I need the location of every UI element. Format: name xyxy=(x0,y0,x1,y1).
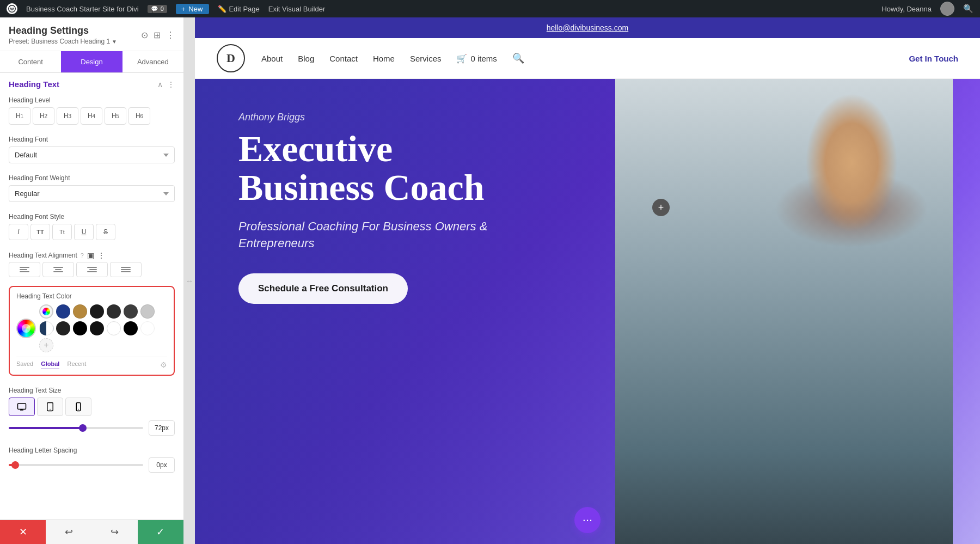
color-swatch-9[interactable] xyxy=(90,321,104,335)
color-swatch-white2[interactable] xyxy=(140,321,155,335)
comments-bubble[interactable]: 💬 0 xyxy=(148,5,167,13)
nav-about[interactable]: About xyxy=(261,54,283,63)
site-logo[interactable]: D xyxy=(217,44,245,72)
tab-content[interactable]: Content xyxy=(0,51,61,72)
cancel-button[interactable]: ✕ xyxy=(0,520,46,544)
h6-button[interactable]: H6 xyxy=(128,107,150,125)
hero-title[interactable]: Executive Business Coach xyxy=(238,130,532,207)
svg-rect-2 xyxy=(18,404,26,409)
h1-button[interactable]: H1 xyxy=(9,107,30,125)
site-nav: About Blog Contact Home Services 🛒 0 ite… xyxy=(261,52,524,64)
color-settings-icon[interactable]: ⚙ xyxy=(160,360,167,369)
uppercase-button[interactable]: TT xyxy=(30,224,50,240)
tablet-size-button[interactable] xyxy=(37,398,63,416)
color-wheel[interactable] xyxy=(16,319,36,338)
expand-icon[interactable]: ⊞ xyxy=(154,30,161,40)
site-header: D About Blog Contact Home Services 🛒 0 i… xyxy=(195,38,980,79)
nav-blog[interactable]: Blog xyxy=(298,54,314,63)
content-area: hello@divibusiness.com D About Blog Cont… xyxy=(195,17,980,544)
fab-button[interactable]: ··· xyxy=(574,507,601,533)
capitalize-button[interactable]: Tt xyxy=(52,224,72,240)
color-tab-global[interactable]: Global xyxy=(41,360,59,369)
nav-contact[interactable]: Contact xyxy=(329,54,358,63)
add-section-button[interactable]: + xyxy=(652,199,670,216)
save-button[interactable]: ✓ xyxy=(138,520,183,544)
site-search-icon[interactable]: 🔍 xyxy=(512,52,524,64)
sidebar-preset[interactable]: Preset: Business Coach Heading 1 ▼ xyxy=(9,38,117,45)
underline-button[interactable]: U xyxy=(74,224,94,240)
style-group: I TT Tt U S xyxy=(9,224,175,240)
hero-name: Anthony Briggs xyxy=(238,112,532,123)
align-justify-button[interactable] xyxy=(110,262,142,277)
heading-text-size-setting: Heading Text Size 72px xyxy=(0,381,183,441)
email-link[interactable]: hello@divibusiness.com xyxy=(547,23,628,32)
color-swatch-4[interactable] xyxy=(107,304,121,319)
h5-button[interactable]: H5 xyxy=(105,107,126,125)
text-size-slider-fill xyxy=(9,427,83,429)
h2-button[interactable]: H2 xyxy=(33,107,54,125)
color-swatch-5[interactable] xyxy=(124,304,138,319)
color-tab-saved[interactable]: Saved xyxy=(16,360,33,369)
alignment-buttons xyxy=(9,262,175,277)
new-button[interactable]: +New xyxy=(176,4,210,14)
text-size-slider-track[interactable] xyxy=(9,427,143,429)
heading-font-select[interactable]: Default xyxy=(9,146,175,163)
h3-button[interactable]: H3 xyxy=(57,107,78,125)
alignment-responsive-icon[interactable]: ▣ xyxy=(87,251,94,260)
alignment-more-icon[interactable]: ⋮ xyxy=(97,251,105,260)
color-swatch-3[interactable] xyxy=(90,304,104,319)
redo-button[interactable]: ↪ xyxy=(92,520,138,544)
color-swatch-6[interactable] xyxy=(140,304,155,319)
text-size-slider-row: 72px xyxy=(9,420,175,436)
letter-spacing-input[interactable]: 0px xyxy=(149,457,175,473)
heading-font-label: Heading Font xyxy=(9,136,175,143)
search-icon[interactable]: 🔍 xyxy=(963,4,973,14)
tab-design[interactable]: Design xyxy=(61,51,122,72)
mobile-size-button[interactable] xyxy=(65,398,91,416)
text-size-slider-thumb[interactable] xyxy=(79,424,87,432)
section-more-icon[interactable]: ⋮ xyxy=(167,80,175,89)
color-swatch-half[interactable] xyxy=(39,321,53,335)
strikethrough-button[interactable]: S xyxy=(96,224,115,240)
add-color-button[interactable]: + xyxy=(39,338,53,352)
nav-cart[interactable]: 🛒 0 items xyxy=(456,53,497,64)
color-swatch-1[interactable] xyxy=(56,304,70,319)
color-swatch-2[interactable] xyxy=(73,304,87,319)
alignment-help-icon[interactable]: ? xyxy=(81,252,84,259)
nav-home[interactable]: Home xyxy=(373,54,395,63)
color-tab-recent[interactable]: Recent xyxy=(67,360,86,369)
h4-button[interactable]: H4 xyxy=(81,107,102,125)
exit-builder-link[interactable]: Exit Visual Builder xyxy=(268,5,326,13)
align-center-button[interactable] xyxy=(42,262,74,277)
align-left-button[interactable] xyxy=(9,262,40,277)
color-swatch-white[interactable] xyxy=(107,321,121,335)
hero-subtitle: Professional Coaching For Business Owner… xyxy=(238,218,532,252)
italic-button[interactable]: I xyxy=(9,224,28,240)
wp-logo[interactable]: W xyxy=(7,3,17,14)
nav-services[interactable]: Services xyxy=(410,54,442,63)
undo-button[interactable]: ↩ xyxy=(46,520,91,544)
minimize-icon[interactable]: ⊙ xyxy=(141,30,148,40)
get-in-touch-button[interactable]: Get In Touch xyxy=(909,54,958,63)
letter-spacing-slider-row: 0px xyxy=(9,457,175,473)
heading-font-weight-select[interactable]: Regular xyxy=(9,185,175,202)
section-collapse-icon[interactable]: ∧ xyxy=(157,80,163,89)
bottom-toolbar: ✕ ↩ ↪ ✓ xyxy=(0,519,183,544)
edit-page-link[interactable]: ✏️ Edit Page xyxy=(218,5,259,13)
align-right-button[interactable] xyxy=(76,262,108,277)
user-avatar[interactable] xyxy=(940,2,954,16)
color-swatch-8[interactable] xyxy=(73,321,87,335)
tab-advanced[interactable]: Advanced xyxy=(122,51,183,72)
site-name[interactable]: Business Coach Starter Site for Divi xyxy=(26,5,139,13)
desktop-size-button[interactable] xyxy=(9,398,35,416)
letter-spacing-slider-track[interactable] xyxy=(9,464,143,466)
color-swatch-black[interactable] xyxy=(124,321,138,335)
hero-cta-button[interactable]: Schedule a Free Consultation xyxy=(238,273,408,304)
letter-spacing-slider-thumb[interactable] xyxy=(11,461,19,469)
heading-font-style-setting: Heading Font Style I TT Tt U S xyxy=(0,207,183,246)
text-size-input[interactable]: 72px xyxy=(149,420,175,436)
more-icon[interactable]: ⋮ xyxy=(166,30,175,40)
man-photo-placeholder xyxy=(615,79,953,544)
resize-handle[interactable]: ↔ xyxy=(184,17,195,544)
color-swatch-7[interactable] xyxy=(56,321,70,335)
